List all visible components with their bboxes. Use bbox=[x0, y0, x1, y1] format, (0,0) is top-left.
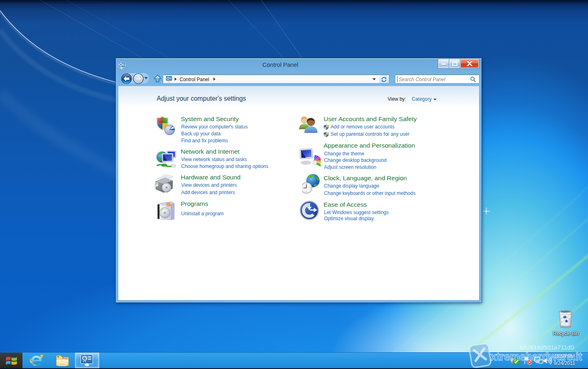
svg-text:xtremehardware.it: xtremehardware.it bbox=[490, 351, 582, 363]
